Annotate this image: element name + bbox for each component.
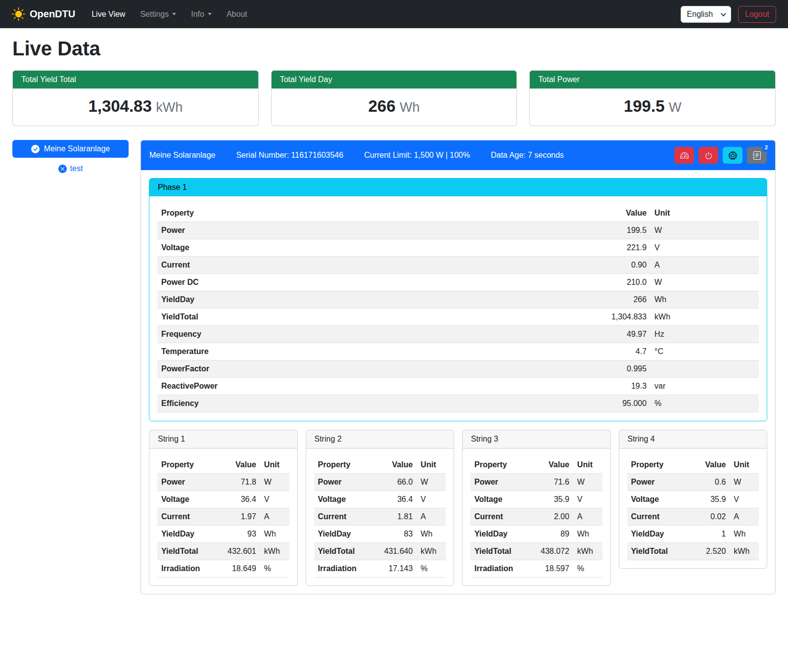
logout-button[interactable]: Logout bbox=[738, 6, 776, 23]
property-cell: Voltage bbox=[314, 491, 372, 508]
brand[interactable]: OpenDTU bbox=[12, 7, 75, 21]
phase-title: Phase 1 bbox=[149, 179, 767, 196]
value-cell: 93 bbox=[215, 526, 260, 543]
unit-header: Unit bbox=[730, 456, 759, 474]
string-table: Property Value Unit Power66.0WVoltage36.… bbox=[314, 456, 446, 578]
table-row: Voltage35.9V bbox=[470, 491, 603, 508]
unit-cell: kWh bbox=[573, 543, 603, 560]
unit-cell: % bbox=[260, 560, 289, 578]
table-row: Current1.81A bbox=[314, 508, 446, 526]
value-cell: 71.6 bbox=[528, 474, 573, 491]
summary-value: 266 bbox=[369, 97, 396, 115]
value-cell: 431.640 bbox=[372, 543, 417, 560]
table-row: Irradiation18.649% bbox=[157, 560, 289, 578]
unit-cell: A bbox=[417, 508, 446, 526]
power-settings-button[interactable] bbox=[698, 147, 718, 164]
nav-item-settings[interactable]: Settings bbox=[133, 6, 184, 23]
page-title: Live Data bbox=[12, 38, 776, 60]
property-cell: YieldDay bbox=[157, 526, 215, 543]
unit-cell: A bbox=[573, 508, 603, 526]
language-select-value: English bbox=[687, 10, 713, 19]
table-row: Irradiation17.143% bbox=[314, 560, 446, 578]
property-cell: Power bbox=[627, 474, 685, 491]
nav-item-live-view[interactable]: Live View bbox=[84, 6, 133, 23]
property-cell: YieldTotal bbox=[314, 543, 372, 560]
limit-settings-button[interactable] bbox=[674, 147, 694, 164]
unit-cell: V bbox=[573, 491, 603, 508]
value-header: Value bbox=[685, 456, 730, 474]
table-row: YieldTotal438.072kWh bbox=[470, 543, 603, 560]
inverter-select-button-active[interactable]: Meine Solaranlage bbox=[12, 140, 129, 158]
chevron-down-icon bbox=[172, 13, 176, 15]
unit-cell: A bbox=[730, 508, 759, 526]
navbar-right: English Logout bbox=[681, 6, 776, 23]
journal-icon bbox=[753, 151, 761, 160]
speedometer-icon bbox=[680, 151, 689, 160]
nav-item-label: About bbox=[227, 10, 247, 19]
check-circle-icon bbox=[31, 145, 40, 153]
unit-cell: V bbox=[650, 239, 759, 257]
chevron-down-icon bbox=[208, 13, 212, 15]
unit-cell: Wh bbox=[573, 526, 603, 543]
table-row: PowerFactor0.995 bbox=[157, 360, 759, 378]
value-cell: 210.0 bbox=[470, 274, 650, 291]
nav-item-label: Settings bbox=[140, 10, 169, 19]
total-power-card: Total Power 199.5 W bbox=[529, 70, 776, 126]
string-4-card: String 4 Property Value Unit bbox=[619, 430, 768, 569]
device-info-button[interactable] bbox=[723, 147, 742, 164]
value-cell: 1,304.833 bbox=[470, 309, 650, 326]
cpu-icon bbox=[729, 151, 737, 160]
inverter-actions: 2 bbox=[674, 147, 767, 164]
value-cell: 221.9 bbox=[470, 239, 650, 257]
nav-links: Live View Settings Info About bbox=[84, 6, 255, 23]
value-cell: 0.02 bbox=[685, 508, 730, 526]
property-cell: Voltage bbox=[157, 239, 470, 257]
table-row: YieldDay1Wh bbox=[627, 526, 759, 543]
summary-value: 1,304.83 bbox=[88, 97, 151, 115]
value-cell: 35.9 bbox=[528, 491, 573, 508]
summary-value: 199.5 bbox=[624, 97, 665, 115]
table-header-row: Property Value Unit bbox=[314, 456, 446, 474]
value-cell: 1 bbox=[685, 526, 730, 543]
unit-cell: var bbox=[650, 378, 759, 395]
value-cell: 83 bbox=[372, 526, 417, 543]
strings-row: String 1 Property Value Unit bbox=[149, 430, 767, 586]
unit-cell: W bbox=[260, 474, 289, 491]
unit-cell: % bbox=[573, 560, 603, 578]
event-log-button[interactable]: 2 bbox=[747, 147, 767, 164]
summary-card-title: Total Yield Total bbox=[13, 71, 258, 89]
value-cell: 0.995 bbox=[470, 360, 650, 378]
value-cell: 89 bbox=[528, 526, 573, 543]
unit-cell: kWh bbox=[417, 543, 446, 560]
property-cell: Frequency bbox=[157, 326, 470, 343]
value-cell: 17.143 bbox=[372, 560, 417, 578]
inverter-select-label: test bbox=[70, 164, 83, 173]
value-cell: 66.0 bbox=[372, 474, 417, 491]
value-cell: 35.9 bbox=[685, 491, 730, 508]
summary-card-title: Total Yield Day bbox=[272, 71, 517, 89]
table-row: Power0.6W bbox=[627, 474, 759, 491]
property-cell: Current bbox=[157, 508, 215, 526]
language-select[interactable]: English bbox=[681, 6, 731, 23]
string-1-card: String 1 Property Value Unit bbox=[149, 430, 298, 586]
property-cell: Power bbox=[157, 222, 470, 239]
inverter-select-button-test[interactable]: test bbox=[55, 164, 86, 174]
property-cell: Power DC bbox=[157, 274, 470, 291]
value-cell: 18.597 bbox=[528, 560, 573, 578]
table-row: Temperature4.7°C bbox=[157, 343, 759, 360]
value-cell: 1.81 bbox=[372, 508, 417, 526]
table-row: Voltage36.4V bbox=[157, 491, 289, 508]
value-cell: 18.649 bbox=[215, 560, 260, 578]
table-row: Current1.97A bbox=[157, 508, 289, 526]
property-cell: Power bbox=[157, 474, 215, 491]
table-row: YieldDay93Wh bbox=[157, 526, 289, 543]
table-row: YieldDay266Wh bbox=[157, 291, 759, 309]
table-row: Power66.0W bbox=[314, 474, 446, 491]
inverter-selector: Meine Solaranlage test bbox=[12, 140, 129, 174]
nav-item-info[interactable]: Info bbox=[184, 6, 219, 23]
property-header: Property bbox=[314, 456, 372, 474]
value-cell: 19.3 bbox=[470, 378, 650, 395]
summary-unit: W bbox=[669, 100, 681, 115]
table-row: Power199.5W bbox=[157, 222, 759, 239]
nav-item-about[interactable]: About bbox=[219, 6, 255, 23]
